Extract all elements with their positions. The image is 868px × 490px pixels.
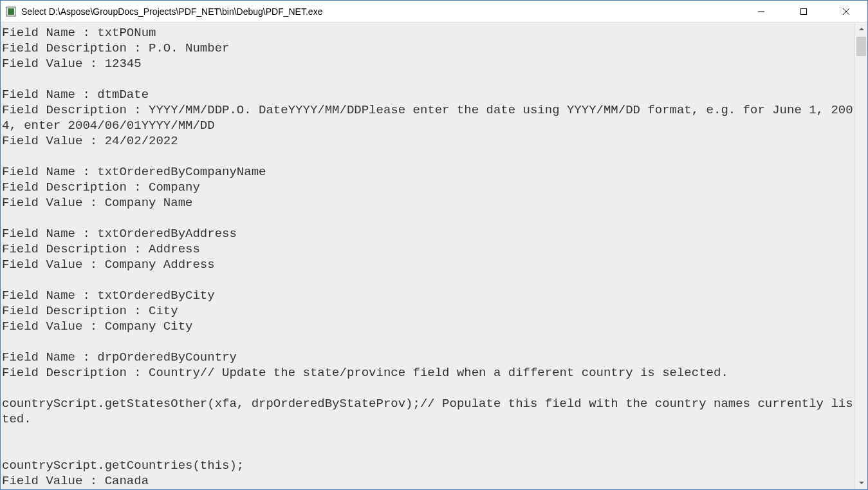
titlebar: Select D:\Aspose\GroupDocs_Projects\PDF_…: [1, 1, 867, 23]
minimize-button[interactable]: [740, 1, 782, 22]
console-app-icon: [6, 6, 16, 17]
close-button[interactable]: [825, 1, 867, 22]
vertical-scrollbar[interactable]: [854, 23, 867, 489]
minimize-icon: [757, 8, 765, 15]
close-icon: [842, 8, 850, 15]
svg-rect-1: [8, 8, 14, 15]
scroll-up-button[interactable]: [855, 23, 867, 35]
window-controls: [740, 1, 867, 22]
client-area: Field Name : txtPONum Field Description …: [1, 23, 867, 489]
console-output[interactable]: Field Name : txtPONum Field Description …: [1, 23, 854, 489]
scroll-thumb[interactable]: [856, 37, 866, 56]
window-title: Select D:\Aspose\GroupDocs_Projects\PDF_…: [21, 6, 322, 17]
maximize-button[interactable]: [782, 1, 825, 22]
chevron-down-icon: [858, 480, 865, 486]
maximize-icon: [800, 8, 808, 15]
scroll-down-button[interactable]: [855, 476, 867, 489]
svg-rect-3: [801, 8, 807, 14]
chevron-up-icon: [858, 26, 865, 32]
